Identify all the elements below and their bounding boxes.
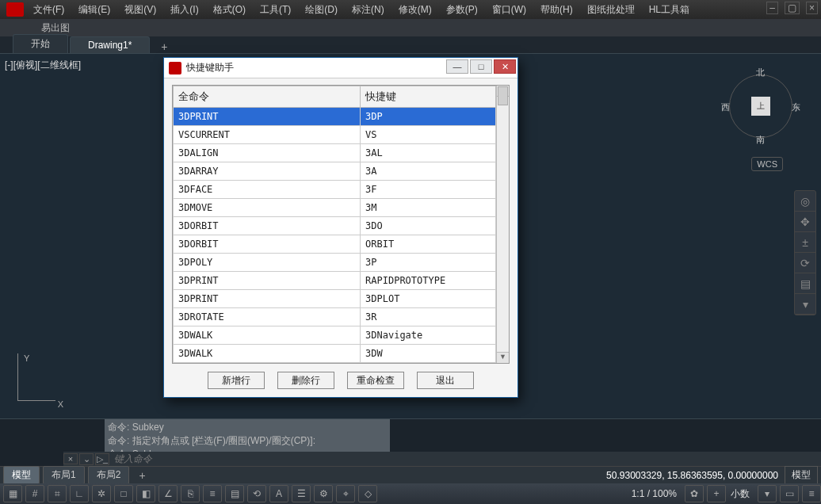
scroll-thumb[interactable] (498, 86, 508, 105)
viewcube-top-face[interactable]: 上 (751, 97, 770, 116)
sb-iso-icon[interactable]: ◇ (358, 485, 377, 502)
cmd-close-icon[interactable]: × (63, 453, 78, 464)
cell-command[interactable]: 3DARRAY (174, 162, 361, 181)
menu-hltool[interactable]: HL工具箱 (649, 3, 689, 17)
cell-command[interactable]: 3DPOLY (174, 254, 361, 272)
table-row[interactable]: ACTRECORDARR (174, 363, 496, 364)
grid-scrollbar[interactable]: ▲ ▼ (496, 86, 509, 363)
table-row[interactable]: 3DPRINTRAPIDPROTOTYPE (174, 272, 496, 290)
menu-dim[interactable]: 标注(N) (352, 3, 384, 17)
sb-qprops-icon[interactable]: ☰ (292, 485, 311, 502)
cell-shortcut[interactable]: 3DP (361, 108, 496, 126)
menu-view[interactable]: 视图(V) (124, 3, 156, 17)
cell-shortcut[interactable]: ORBIT (361, 235, 496, 254)
sb-zoom[interactable]: 1:1 / 100% (632, 488, 677, 499)
sb-cycle-icon[interactable]: ⟲ (247, 485, 266, 502)
layout-add[interactable]: + (134, 469, 150, 482)
cell-shortcut[interactable]: 3R (361, 308, 496, 326)
nav-wheel-icon[interactable]: ◎ (795, 191, 815, 212)
nav-more-icon[interactable]: ▾ (795, 294, 815, 315)
sb-clean-icon[interactable]: ▭ (780, 485, 799, 502)
sb-model-icon[interactable]: ▦ (3, 485, 22, 502)
viewcube-south[interactable]: 南 (756, 134, 765, 146)
window-restore[interactable]: ▢ (785, 2, 800, 14)
menu-insert[interactable]: 插入(I) (170, 3, 198, 17)
nav-orbit-icon[interactable]: ⟳ (795, 253, 815, 273)
cell-shortcut[interactable]: 3DW (361, 345, 496, 363)
window-minimize[interactable]: – (766, 2, 778, 14)
viewcube-west[interactable]: 西 (721, 101, 730, 113)
viewcube-north[interactable]: 北 (756, 67, 765, 78)
btn-delete-row[interactable]: 删除行 (277, 372, 334, 389)
nav-showmotion-icon[interactable]: ▤ (795, 273, 815, 294)
table-row[interactable]: 3DPRINT3DPLOT (174, 290, 496, 308)
sb-units-icon[interactable]: ⌖ (336, 485, 355, 502)
wcs-badge[interactable]: WCS (751, 157, 783, 171)
sb-polar-icon[interactable]: ✲ (92, 485, 111, 502)
cell-command[interactable]: 3DWALK (174, 345, 361, 363)
dialog-maximize[interactable]: □ (470, 59, 492, 74)
sb-add-icon[interactable]: + (707, 485, 726, 502)
table-row[interactable]: 3DROTATE3R (174, 308, 496, 326)
sb-transparency-icon[interactable]: ▤ (225, 485, 244, 502)
table-row[interactable]: 3DPRINT3DP (174, 108, 496, 126)
btn-exit[interactable]: 退出 (417, 372, 474, 389)
btn-rename-check[interactable]: 重命检查 (347, 372, 404, 389)
menu-tools[interactable]: 工具(T) (260, 3, 291, 17)
cell-shortcut[interactable]: 3DPLOT (361, 290, 496, 308)
sb-workspace-icon[interactable]: ⚙ (314, 485, 333, 502)
viewport-label[interactable]: [-][俯视][二维线框] (5, 59, 81, 72)
table-row[interactable]: VSCURRENTVS (174, 126, 496, 144)
cell-shortcut[interactable]: ARR (361, 363, 496, 364)
cell-shortcut[interactable]: VS (361, 126, 496, 144)
sb-precision[interactable]: 小数 (731, 487, 750, 501)
cell-command[interactable]: 3DORBIT (174, 235, 361, 254)
cell-command[interactable]: 3DPRINT (174, 108, 361, 126)
table-row[interactable]: 3DFACE3F (174, 181, 496, 199)
window-close[interactable]: × (806, 2, 818, 14)
scroll-down-icon[interactable]: ▼ (497, 352, 509, 363)
sb-lineweight-icon[interactable]: ≡ (203, 485, 222, 502)
cell-command[interactable]: ACTRECORD (174, 363, 361, 364)
table-row[interactable]: 3DWALK3DW (174, 345, 496, 363)
tab-start[interactable]: 开始 (13, 34, 68, 53)
table-row[interactable]: 3DALIGN3AL (174, 144, 496, 162)
col-shortcut[interactable]: 快捷键 (361, 86, 496, 108)
cell-command[interactable]: 3DWALK (174, 326, 361, 345)
status-space[interactable]: 模型 (785, 466, 818, 484)
cell-shortcut[interactable]: 3F (361, 181, 496, 199)
viewcube-east[interactable]: 东 (792, 101, 800, 113)
sb-osnap-icon[interactable]: □ (114, 485, 133, 502)
cell-command[interactable]: 3DFACE (174, 181, 361, 199)
menu-modify[interactable]: 修改(M) (399, 3, 432, 17)
table-row[interactable]: 3DMOVE3M (174, 199, 496, 217)
menu-draw[interactable]: 绘图(D) (305, 3, 338, 17)
sb-dynamic-icon[interactable]: ⎘ (181, 485, 200, 502)
table-row[interactable]: 3DORBIT3DO (174, 217, 496, 235)
dialog-titlebar[interactable]: 快捷键助手 — □ ✕ (164, 58, 517, 78)
sb-grid-icon[interactable]: # (25, 485, 44, 502)
menu-file[interactable]: 文件(F) (33, 3, 64, 17)
nav-zoom-icon[interactable]: ± (795, 232, 815, 253)
table-row[interactable]: 3DWALK3DNavigate (174, 326, 496, 345)
cell-shortcut[interactable]: 3P (361, 254, 496, 272)
sb-ortho-icon[interactable]: ∟ (70, 485, 89, 502)
table-row[interactable]: 3DARRAY3A (174, 162, 496, 181)
tab-drawing1[interactable]: Drawing1* (70, 36, 150, 53)
sb-snap-icon[interactable]: ⌗ (48, 485, 67, 502)
cell-command[interactable]: 3DALIGN (174, 144, 361, 162)
sb-anno-icon[interactable]: A (269, 485, 288, 502)
cell-shortcut[interactable]: 3DNavigate (361, 326, 496, 345)
menu-batch[interactable]: 图纸批处理 (587, 3, 635, 17)
layout-model[interactable]: 模型 (3, 466, 40, 484)
tab-add[interactable]: + (156, 40, 172, 53)
layout-2[interactable]: 布局2 (88, 466, 130, 484)
cell-shortcut[interactable]: 3AL (361, 144, 496, 162)
cell-shortcut[interactable]: 3DO (361, 217, 496, 235)
sb-menu-icon[interactable]: ▾ (758, 485, 777, 502)
sb-custom-icon[interactable]: ≡ (802, 485, 821, 502)
col-command[interactable]: 全命令 (174, 86, 361, 108)
cell-shortcut[interactable]: RAPIDPROTOTYPE (361, 272, 496, 290)
dialog-minimize[interactable]: — (446, 59, 468, 74)
layout-1[interactable]: 布局1 (43, 466, 85, 484)
